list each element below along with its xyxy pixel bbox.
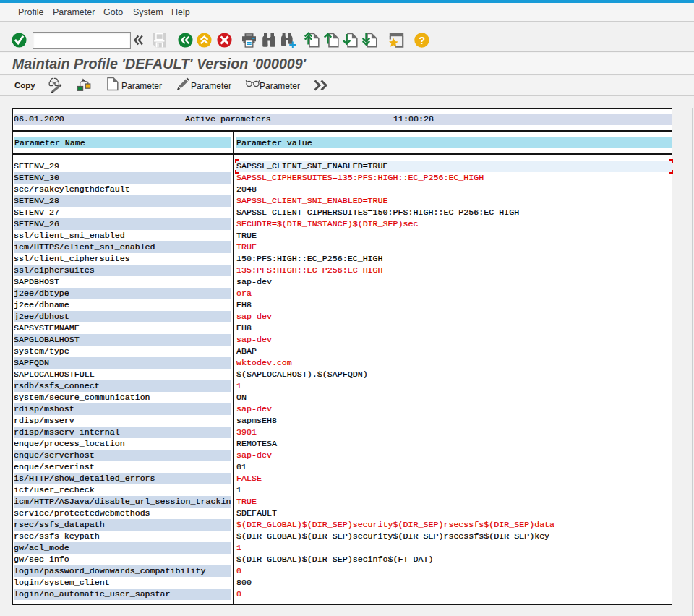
svg-text:?: ?: [419, 35, 425, 46]
